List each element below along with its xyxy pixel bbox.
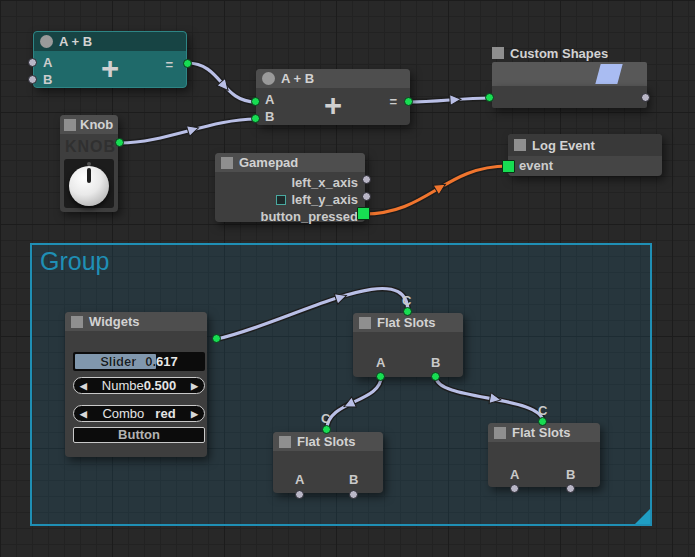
knob-widget-label: KNOB [60,134,118,156]
output-pin-a[interactable] [295,490,304,499]
node-log-event[interactable]: Log Event event [508,134,662,176]
slider-widget[interactable]: Slider 0.617 Slider 0.617 [73,352,205,371]
output-pin-widgets[interactable] [212,334,221,343]
custom-shapes-top-bar[interactable] [492,62,647,86]
output-label-left-y-axis: left_y_axis [292,192,359,207]
node-knob[interactable]: Knob KNOB [60,115,118,212]
combo-next-arrow-icon[interactable]: ▶ [191,409,198,419]
increment-arrow-icon[interactable]: ▶ [191,381,198,391]
square-icon [221,157,233,169]
output-pin-left-y-axis[interactable] [362,192,371,201]
node-gamepad-header[interactable]: Gamepad [215,153,365,172]
node-title: Flat Slots [377,315,436,330]
node-title: Flat Slots [512,425,571,440]
square-icon [359,317,371,329]
node-gamepad[interactable]: Gamepad left_x_axis left_y_axis button_p… [215,153,365,222]
parallelogram-shape[interactable] [595,64,622,84]
wire-arrow [450,94,462,106]
number-label: Numbe [102,378,144,393]
node-add1[interactable]: A + B A B + = [33,31,187,88]
node-title: Custom Shapes [510,46,608,61]
output-pin-a[interactable] [376,372,385,381]
input-pin-b[interactable] [251,114,260,123]
node-title: Flat Slots [297,434,356,449]
pin-label-b: B [431,355,440,370]
input-pin-custom-shapes[interactable] [485,93,494,102]
pin-label-a: A [376,355,385,370]
output-pin-button-pressed[interactable] [357,207,370,220]
node-widgets[interactable]: Widgets Slider 0.617 Slider 0.617 ◀ Numb… [65,312,207,457]
node-add1-header[interactable]: A + B [34,32,186,51]
node-flat-slots-right[interactable]: Flat Slots C A B [488,423,600,487]
input-pin-c[interactable] [538,417,547,426]
result-label: = [165,57,173,72]
node-log-event-header[interactable]: Log Event [508,134,662,156]
number-drag-widget[interactable]: ◀ Numbe 0.500 ▶ [73,377,205,394]
node-custom-shapes[interactable]: Custom Shapes [492,44,647,108]
output-pin-b[interactable] [566,484,575,493]
result-label: = [389,94,397,109]
pin-label-b: B [349,472,358,487]
output-pin-b[interactable] [349,490,358,499]
output-pin-knob[interactable] [115,138,124,147]
knob-dial[interactable] [64,159,114,208]
node-flat-slots-header[interactable]: Flat Slots [488,423,600,442]
circle-icon [262,72,275,85]
node-title: Widgets [89,314,139,329]
input-pin-b[interactable] [28,75,37,84]
knob-needle [87,168,91,183]
square-icon [64,119,76,131]
square-icon [494,427,506,439]
output-pin-left-x-axis[interactable] [362,175,371,184]
node-title: Knob [80,117,113,132]
combo-value: red [155,406,175,421]
combo-widget[interactable]: ◀ Combo red ▶ [73,405,205,422]
square-icon [71,316,83,328]
decrement-arrow-icon[interactable]: ◀ [80,381,87,391]
node-editor-canvas[interactable]: Group A + B A B [0,0,695,557]
combo-label: Combo [102,406,144,421]
input-pin-event[interactable] [502,160,515,173]
custom-shapes-bottom-bar[interactable] [492,86,647,108]
output-pin-result[interactable] [404,97,413,106]
node-title: Log Event [532,138,595,153]
plus-operator: + [34,53,186,84]
slider-label: Slider [100,354,136,369]
knob-circle[interactable] [69,166,109,206]
output-label-left-x-axis: left_x_axis [292,175,359,190]
node-title: Gamepad [239,155,298,170]
output-label-button-pressed: button_pressed [260,209,358,224]
left-y-axis-checkbox[interactable] [276,195,286,205]
button-widget[interactable]: Button [73,427,205,443]
node-add2[interactable]: A + B A B + = [256,69,410,125]
output-pin-b[interactable] [431,372,440,381]
pin-label-c: C [321,411,330,426]
input-pin-c[interactable] [403,307,412,316]
square-icon [492,47,504,59]
pin-label-c: C [402,293,411,308]
node-flat-slots-header[interactable]: Flat Slots [273,432,383,451]
node-title: A + B [59,34,92,49]
pin-label-b: B [566,467,575,482]
input-label-event: event [508,156,662,176]
input-pin-a[interactable] [251,97,260,106]
output-pin-custom-shapes[interactable] [641,93,650,102]
output-pin-a[interactable] [510,484,519,493]
node-knob-header[interactable]: Knob [60,115,118,134]
input-pin-c[interactable] [322,425,331,434]
node-flat-slots-left[interactable]: Flat Slots C A B [273,432,383,493]
output-pin-result[interactable] [183,59,192,68]
combo-prev-arrow-icon[interactable]: ◀ [80,409,87,419]
pin-label-c: C [538,403,547,418]
plus-operator: + [256,90,410,121]
pin-label-a: A [295,472,304,487]
square-icon [279,436,291,448]
circle-icon [40,35,53,48]
node-add2-header[interactable]: A + B [256,69,410,88]
node-widgets-header[interactable]: Widgets [65,312,207,331]
node-title: A + B [281,71,314,86]
square-icon [514,139,526,151]
input-pin-a[interactable] [28,58,37,67]
node-flat-slots-mid[interactable]: Flat Slots C A B [353,313,463,377]
number-value: 0.500 [144,378,177,393]
